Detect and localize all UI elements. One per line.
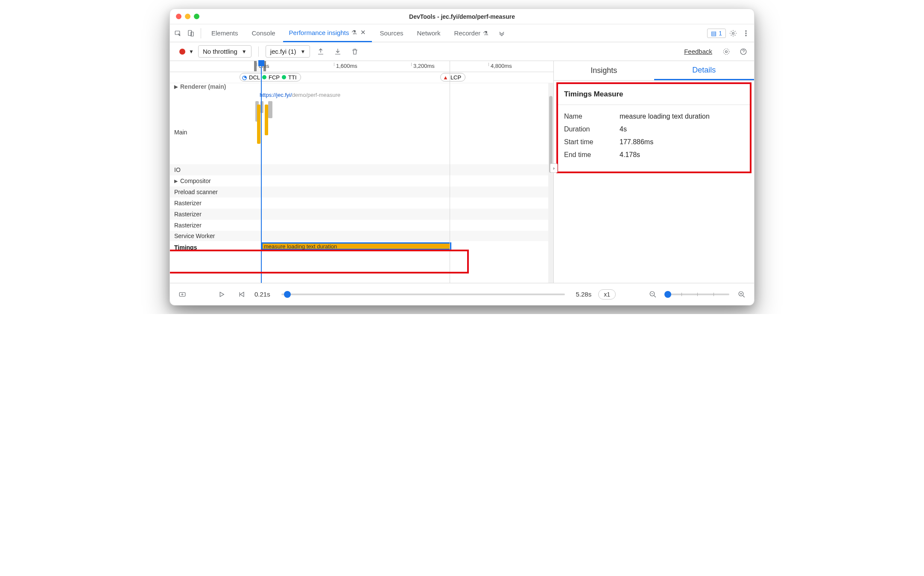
track-rasterizer-label: Rasterizer bbox=[174, 222, 202, 229]
window-controls bbox=[176, 14, 199, 19]
export-icon[interactable] bbox=[314, 45, 327, 58]
tab-sources[interactable]: Sources bbox=[374, 24, 409, 42]
delete-icon[interactable] bbox=[348, 45, 361, 58]
track-io-label: IO bbox=[174, 166, 181, 173]
tab-recorder[interactable]: Recorder ⚗ bbox=[448, 24, 495, 42]
details-panel: Insights Details Timings Measure Namemea… bbox=[553, 61, 754, 283]
devtools-tabs: Elements Console Performance insights ⚗ … bbox=[170, 24, 754, 42]
close-window-button[interactable] bbox=[176, 14, 181, 19]
track-main-label: Main bbox=[174, 129, 187, 136]
timing-measure-block[interactable]: measure loading text duration bbox=[261, 242, 451, 250]
tab-network[interactable]: Network bbox=[411, 24, 447, 42]
playhead[interactable] bbox=[261, 61, 262, 283]
frame-url[interactable]: https://jec.fyi/demo/perf-measure bbox=[255, 92, 553, 100]
inspect-icon[interactable] bbox=[173, 28, 184, 39]
time-ruler[interactable]: 0ms 1,600ms 3,200ms 4,800ms bbox=[170, 61, 553, 72]
throttling-value: No throttling bbox=[203, 48, 237, 55]
zoom-controls bbox=[646, 288, 748, 301]
play-icon[interactable] bbox=[215, 288, 228, 301]
record-menu-caret-icon[interactable]: ▼ bbox=[189, 49, 194, 55]
status-dot-icon bbox=[262, 75, 266, 79]
svg-point-8 bbox=[723, 49, 729, 55]
track-rasterizer-label: Rasterizer bbox=[174, 211, 202, 218]
track-timings-label: Timings bbox=[174, 244, 197, 251]
ruler-tick: 3,200ms bbox=[411, 63, 435, 66]
message-icon: ▤ bbox=[711, 30, 716, 37]
more-tabs-icon[interactable] bbox=[496, 28, 507, 39]
zoom-in-icon[interactable] bbox=[735, 288, 748, 301]
detail-key-name: Name bbox=[564, 113, 620, 120]
ruler-tick: 4,800ms bbox=[488, 63, 512, 66]
panel-settings-icon[interactable] bbox=[720, 45, 733, 58]
feedback-link[interactable]: Feedback bbox=[684, 48, 712, 55]
marker-lcp-pill[interactable]: ▲ LCP bbox=[440, 73, 465, 81]
marker-fcp: FCP bbox=[269, 74, 280, 81]
marker-lcp: LCP bbox=[450, 74, 461, 81]
details-table: Namemeasure loading text duration Durati… bbox=[558, 105, 750, 172]
collapse-icon[interactable]: ▶ bbox=[174, 84, 178, 90]
details-section-title: Timings Measure bbox=[558, 84, 750, 105]
marker-group[interactable]: ◔ DCL FCP TTI bbox=[240, 73, 301, 81]
sidebar-toggle-icon[interactable]: › bbox=[550, 163, 558, 173]
svg-rect-0 bbox=[175, 31, 180, 34]
playback-end-time: 5.28s bbox=[576, 291, 592, 298]
track-main[interactable] bbox=[255, 100, 553, 164]
devtools-window: DevTools - jec.fyi/demo/perf-measure Ele… bbox=[170, 9, 754, 305]
help-icon[interactable] bbox=[737, 45, 750, 58]
svg-point-7 bbox=[725, 50, 728, 52]
chevron-down-icon: ▼ bbox=[242, 49, 247, 55]
detail-key-duration: Duration bbox=[564, 125, 620, 133]
zoom-out-icon[interactable] bbox=[646, 288, 659, 301]
experimental-icon: ⚗ bbox=[351, 29, 357, 36]
toggle-view-icon[interactable] bbox=[176, 288, 189, 301]
import-icon[interactable] bbox=[331, 45, 344, 58]
record-button[interactable] bbox=[179, 49, 185, 55]
playback-bar: 0.21s 5.28s x1 bbox=[170, 283, 754, 305]
tab-insights[interactable]: Insights bbox=[554, 61, 654, 80]
svg-point-4 bbox=[746, 30, 746, 31]
track-timings[interactable]: measure loading text duration bbox=[255, 241, 553, 254]
expand-icon[interactable]: ▶ bbox=[174, 178, 178, 184]
ruler-tick: 1,600ms bbox=[334, 63, 357, 66]
details-highlight-box: Timings Measure Namemeasure loading text… bbox=[556, 82, 751, 173]
timeline-panel[interactable]: 0ms 1,600ms 3,200ms 4,800ms ◔ DCL FCP TT… bbox=[170, 61, 553, 283]
detail-key-start: Start time bbox=[564, 138, 620, 146]
marker-dcl: DCL bbox=[249, 74, 260, 81]
tab-elements[interactable]: Elements bbox=[205, 24, 244, 42]
tab-label: Performance insights bbox=[289, 29, 349, 36]
track-service-worker-label: Service Worker bbox=[174, 233, 215, 239]
minimize-window-button[interactable] bbox=[185, 14, 190, 19]
device-toolbar-icon[interactable] bbox=[185, 28, 196, 39]
kebab-menu-icon[interactable] bbox=[740, 28, 751, 39]
tab-console[interactable]: Console bbox=[246, 24, 281, 42]
marker-tti: TTI bbox=[288, 74, 297, 81]
playback-speed[interactable]: x1 bbox=[598, 289, 616, 300]
playback-start-time: 0.21s bbox=[254, 291, 270, 298]
separator bbox=[201, 28, 201, 38]
zoom-slider[interactable] bbox=[665, 294, 729, 295]
tab-performance-insights[interactable]: Performance insights ⚗ ✕ bbox=[283, 24, 372, 42]
settings-icon[interactable] bbox=[728, 28, 739, 39]
maximize-window-button[interactable] bbox=[194, 14, 199, 19]
tab-label: Recorder bbox=[454, 29, 481, 37]
playback-slider[interactable] bbox=[281, 294, 565, 295]
markers-overview: ◔ DCL FCP TTI ▲ LCP bbox=[170, 72, 553, 83]
close-tab-icon[interactable]: ✕ bbox=[360, 29, 366, 36]
svg-point-6 bbox=[746, 35, 746, 36]
slider-thumb[interactable] bbox=[284, 291, 291, 298]
zoom-thumb[interactable] bbox=[664, 291, 671, 298]
tab-details[interactable]: Details bbox=[654, 61, 754, 80]
detail-val-end: 4.178s bbox=[620, 151, 640, 159]
messages-badge[interactable]: ▤ 1 bbox=[707, 29, 726, 38]
clock-icon: ◔ bbox=[242, 74, 247, 81]
recording-name: jec.fyi (1) bbox=[270, 48, 296, 55]
right-tabs: Insights Details bbox=[554, 61, 754, 81]
detail-val-name: measure loading text duration bbox=[620, 113, 710, 120]
recording-select[interactable]: jec.fyi (1) ▼ bbox=[266, 45, 310, 58]
throttling-select[interactable]: No throttling ▼ bbox=[198, 45, 251, 58]
perf-toolbar: ▼ No throttling ▼ jec.fyi (1) ▼ Feedback bbox=[170, 42, 754, 61]
jump-start-icon[interactable] bbox=[235, 288, 248, 301]
window-title: DevTools - jec.fyi/demo/perf-measure bbox=[170, 13, 754, 20]
main-area: 0ms 1,600ms 3,200ms 4,800ms ◔ DCL FCP TT… bbox=[170, 61, 754, 283]
experimental-icon: ⚗ bbox=[483, 30, 488, 37]
